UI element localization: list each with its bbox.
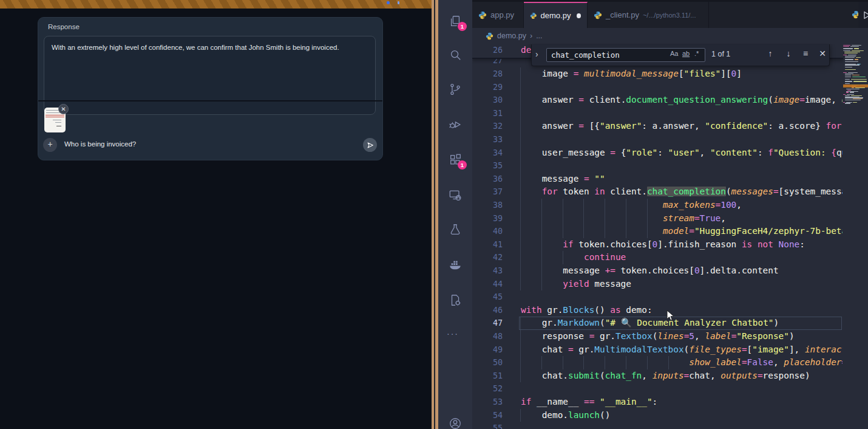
- code-line[interactable]: 51 chat.submit(chat_fn, inputs=chat, out…: [472, 369, 843, 383]
- minimap-find-match-band: [843, 84, 868, 88]
- vscode-window: 1 1: [438, 0, 868, 429]
- task-file-gear-icon[interactable]: [449, 293, 462, 307]
- code-line[interactable]: 29: [472, 81, 843, 94]
- match-case-toggle[interactable]: Aa: [670, 50, 678, 57]
- line-number: 43: [472, 264, 503, 278]
- line-number: 40: [472, 225, 503, 238]
- line-number: 47: [472, 317, 503, 330]
- code-rows: 2728 image = multimodal_message["files"]…: [472, 44, 843, 429]
- run-button[interactable]: [862, 10, 868, 20]
- line-number: 30: [472, 94, 503, 107]
- code-line[interactable]: 44 yield message: [472, 278, 843, 291]
- code-line[interactable]: 42 continue: [472, 251, 843, 264]
- code-line[interactable]: 45: [472, 290, 843, 304]
- add-attachment-button[interactable]: +: [43, 138, 57, 152]
- modified-dot-icon[interactable]: [577, 13, 581, 18]
- code-line[interactable]: 54 demo.launch(): [472, 409, 843, 422]
- line-number: 39: [472, 212, 503, 225]
- line-number: 38: [472, 199, 503, 212]
- code-line[interactable]: 33: [472, 133, 843, 146]
- code-line[interactable]: 53if __name__ == "__main__":: [472, 396, 843, 409]
- explorer-badge: 1: [458, 22, 467, 31]
- code-line[interactable]: 52: [472, 382, 843, 396]
- code-line[interactable]: 41 if token.choices[0].finish_reason is …: [472, 238, 843, 252]
- code-line[interactable]: 47 gr.Markdown("# 🔍 Document Analyzer Ch…: [472, 317, 843, 330]
- source-control-icon[interactable]: [449, 83, 462, 96]
- tab-description: ~/.../python3.11/...: [643, 12, 696, 19]
- tab-client-py[interactable]: _client.py ~/.../python3.11/...: [588, 2, 709, 28]
- line-number: 51: [472, 369, 503, 383]
- breadcrumb-separator: ›: [530, 32, 532, 40]
- search-icon[interactable]: [449, 48, 462, 61]
- code-line[interactable]: 31: [472, 107, 843, 120]
- remote-explorer-icon[interactable]: [449, 188, 462, 202]
- code-line[interactable]: 28 image = multimodal_message["files"][0…: [472, 67, 843, 81]
- breadcrumb-symbol[interactable]: ...: [536, 32, 542, 40]
- breadcrumb[interactable]: demo.py › ...: [472, 28, 868, 44]
- docker-icon[interactable]: [449, 258, 462, 272]
- code-line[interactable]: 32 answer = [{"answer": a.answer, "confi…: [472, 120, 843, 133]
- code-line[interactable]: 37 for token in client.chat_completion(m…: [472, 185, 843, 199]
- find-expand-chevron-icon[interactable]: ›: [535, 49, 538, 59]
- wallpaper-dot: [398, 1, 399, 4]
- breadcrumb-file[interactable]: demo.py: [497, 32, 526, 40]
- gradio-panel: Response With an extremely high level of…: [38, 17, 383, 160]
- tab-demo-py[interactable]: demo.py: [524, 2, 588, 28]
- tab-app-py[interactable]: app.py: [472, 2, 524, 28]
- find-input[interactable]: [546, 48, 705, 62]
- attachment-close-button[interactable]: ✕: [58, 104, 69, 114]
- response-label: Response: [48, 23, 80, 30]
- code-line[interactable]: 50 show_label=False, placeholder="Upload…: [472, 356, 843, 369]
- more-views-icon[interactable]: ···: [447, 329, 459, 338]
- tab-label: _client.py: [606, 10, 639, 19]
- code-line[interactable]: 38 max_tokens=100,: [472, 199, 843, 212]
- code-line[interactable]: 40 model="HuggingFaceH4/zephyr-7b-beta")…: [472, 225, 843, 238]
- regex-toggle[interactable]: .*: [694, 50, 699, 57]
- window-top-stripe-bar: [0, 0, 432, 9]
- find-previous-button[interactable]: ↑: [764, 49, 776, 58]
- code-line[interactable]: 35: [472, 159, 843, 173]
- find-close-button[interactable]: ✕: [816, 49, 829, 58]
- line-number: 41: [472, 238, 503, 252]
- line-number: 50: [472, 356, 503, 369]
- code-line[interactable]: 48 response = gr.Textbox(lines=5, label=…: [472, 330, 843, 343]
- line-number: 55: [472, 422, 503, 429]
- screenshot-stage: Response With an extremely high level of…: [0, 0, 868, 429]
- window-divider: [432, 0, 438, 429]
- code-line[interactable]: 36 message = "": [472, 173, 843, 186]
- code-line[interactable]: 39 stream=True,: [472, 212, 843, 225]
- code-line[interactable]: 55: [472, 422, 843, 429]
- line-number: 33: [472, 133, 503, 146]
- code-line[interactable]: 49 chat = gr.MultimodalTextbox(file_type…: [472, 343, 843, 357]
- response-textarea[interactable]: With an extremely high level of confiden…: [44, 36, 376, 115]
- send-button[interactable]: [363, 138, 377, 152]
- tab-strip: app.py demo.py _client.py ~/.../python3.…: [472, 2, 868, 28]
- python-icon: [478, 11, 487, 19]
- find-widget: › Aa ab .* 1 of 1 ↑ ↓ ≡ ✕: [531, 44, 830, 66]
- line-number: 44: [472, 278, 503, 291]
- line-number: 34: [472, 146, 503, 160]
- test-beaker-icon[interactable]: [449, 223, 462, 236]
- account-icon[interactable]: [449, 417, 462, 429]
- line-number: 32: [472, 120, 503, 133]
- editor-actions: [858, 2, 868, 28]
- code-line[interactable]: 30 answer = client.document_question_ans…: [472, 94, 843, 107]
- find-in-selection-button[interactable]: ≡: [799, 49, 812, 58]
- code-editor[interactable]: 2728 image = multimodal_message["files"]…: [472, 44, 868, 429]
- whole-word-toggle[interactable]: ab: [682, 50, 690, 57]
- find-next-button[interactable]: ↓: [782, 49, 795, 58]
- code-line[interactable]: 34 user_message = {"role": "user", "cont…: [472, 146, 843, 160]
- line-number: 52: [472, 382, 503, 396]
- code-line[interactable]: 46with gr.Blocks() as demo:: [472, 304, 843, 317]
- activity-bar: 1 1: [438, 0, 472, 429]
- run-debug-icon[interactable]: [449, 118, 462, 131]
- code-line[interactable]: 43 message += token.choices[0].delta.con…: [472, 264, 843, 278]
- line-number: 37: [472, 185, 503, 199]
- line-number: 28: [472, 67, 503, 81]
- minimap[interactable]: [843, 44, 868, 429]
- wallpaper-dot: [387, 1, 390, 4]
- tab-label: app.py: [490, 10, 514, 19]
- mouse-cursor: [666, 310, 675, 321]
- line-number: 36: [472, 173, 503, 186]
- chat-input-text[interactable]: Who is being invoiced?: [64, 140, 136, 148]
